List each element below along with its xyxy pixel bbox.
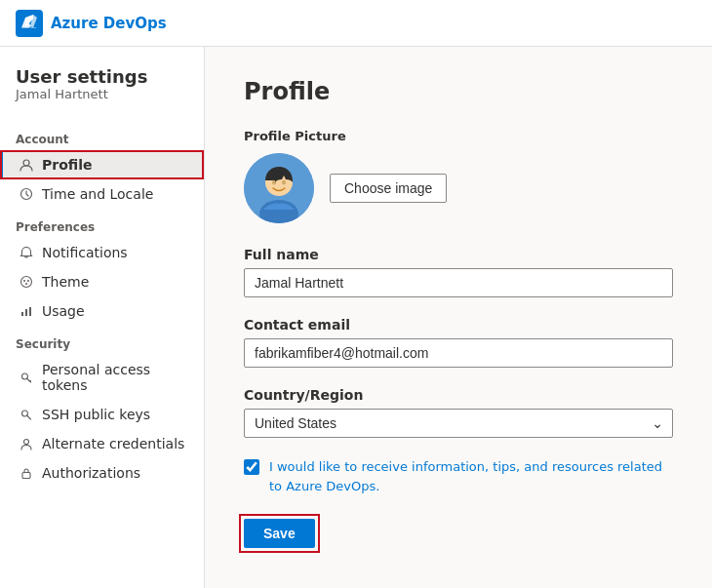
sidebar-item-profile-label: Profile: [42, 157, 92, 173]
person2-icon: [19, 436, 34, 451]
svg-point-3: [21, 277, 32, 288]
app-logo[interactable]: Azure DevOps: [16, 10, 167, 37]
country-select[interactable]: United States Canada United Kingdom Aust…: [244, 409, 673, 438]
key2-icon: [19, 407, 34, 422]
page-title: Profile: [244, 78, 673, 105]
contact-email-group: Contact email: [244, 317, 673, 368]
newsletter-label: I would like to receive information, tip…: [269, 457, 673, 495]
sidebar-item-time-locale-label: Time and Locale: [42, 186, 153, 202]
azure-devops-icon: [16, 10, 43, 37]
svg-point-4: [23, 280, 25, 282]
sidebar-item-authorizations-label: Authorizations: [42, 465, 140, 481]
country-group: Country/Region United States Canada Unit…: [244, 387, 673, 438]
person-icon: [19, 157, 34, 173]
lock-icon: [19, 465, 34, 481]
sidebar-item-usage-label: Usage: [42, 303, 85, 319]
sidebar-item-usage[interactable]: Usage: [0, 296, 204, 326]
save-button[interactable]: Save: [244, 519, 315, 548]
full-name-label: Full name: [244, 247, 673, 262]
sidebar-item-ssh-keys[interactable]: SSH public keys: [0, 400, 204, 429]
sidebar-item-ssh-label: SSH public keys: [42, 407, 150, 422]
svg-rect-7: [21, 312, 23, 316]
topbar: Azure DevOps: [0, 0, 712, 47]
sidebar-item-time-locale[interactable]: Time and Locale: [0, 179, 204, 209]
sidebar-title: User settings: [16, 66, 188, 87]
sidebar-item-notifications[interactable]: Notifications: [0, 238, 204, 267]
sidebar-item-theme-label: Theme: [42, 274, 89, 290]
app-name: Azure DevOps: [51, 15, 167, 32]
sidebar-item-notifications-label: Notifications: [42, 245, 128, 260]
chart-icon: [19, 303, 34, 319]
svg-point-5: [27, 280, 29, 282]
svg-point-18: [282, 180, 286, 185]
save-button-wrapper: Save: [244, 519, 315, 548]
profile-picture-section: Profile Picture: [244, 129, 673, 223]
svg-rect-13: [22, 473, 30, 479]
choose-image-button[interactable]: Choose image: [330, 174, 447, 203]
svg-point-12: [24, 440, 29, 445]
palette-icon: [19, 274, 34, 290]
sidebar-item-alt-creds-label: Alternate credentials: [42, 436, 184, 451]
sidebar-item-alternate-credentials[interactable]: Alternate credentials: [0, 429, 204, 458]
sidebar: User settings Jamal Hartnett Account Pro…: [0, 47, 205, 588]
full-name-input[interactable]: [244, 268, 673, 297]
key-icon: [19, 370, 34, 385]
sidebar-username: Jamal Hartnett: [16, 87, 188, 101]
section-label-account: Account: [0, 121, 204, 150]
content-area: Profile Profile Picture: [205, 47, 712, 588]
svg-rect-9: [29, 307, 31, 316]
sidebar-item-personal-access-tokens[interactable]: Personal access tokens: [0, 355, 204, 400]
main-layout: User settings Jamal Hartnett Account Pro…: [0, 47, 712, 588]
sidebar-item-authorizations[interactable]: Authorizations: [0, 458, 204, 488]
sidebar-item-theme[interactable]: Theme: [0, 267, 204, 296]
svg-point-6: [25, 283, 27, 285]
svg-rect-8: [25, 309, 27, 316]
profile-picture-row: Choose image: [244, 153, 673, 223]
country-label: Country/Region: [244, 387, 673, 403]
profile-picture-label: Profile Picture: [244, 129, 673, 143]
clock-icon: [19, 186, 34, 202]
country-select-wrapper: United States Canada United Kingdom Aust…: [244, 409, 673, 438]
avatar-image: [244, 153, 314, 223]
sidebar-item-pat-label: Personal access tokens: [42, 362, 188, 393]
contact-email-input[interactable]: [244, 338, 673, 368]
newsletter-checkbox-row: I would like to receive information, tip…: [244, 457, 673, 495]
sidebar-user-section: User settings Jamal Hartnett: [0, 66, 204, 121]
avatar: [244, 153, 314, 223]
section-label-security: Security: [0, 326, 204, 355]
contact-email-label: Contact email: [244, 317, 673, 333]
svg-point-17: [272, 180, 276, 185]
full-name-group: Full name: [244, 247, 673, 297]
sidebar-item-profile[interactable]: Profile: [0, 150, 204, 179]
section-label-preferences: Preferences: [0, 209, 204, 238]
bell-icon: [19, 245, 34, 260]
newsletter-checkbox[interactable]: [244, 459, 259, 475]
svg-point-1: [23, 160, 29, 166]
